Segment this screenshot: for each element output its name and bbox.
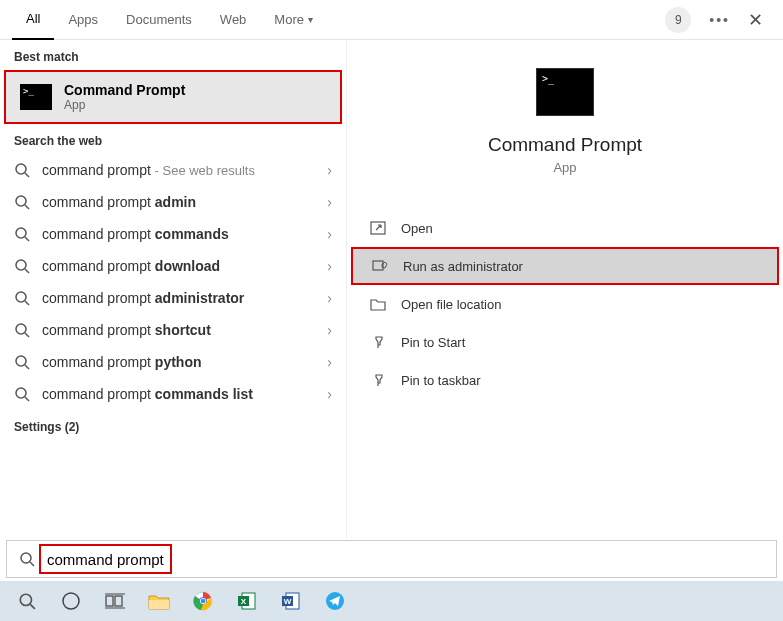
chevron-right-icon: › <box>327 162 332 178</box>
svg-point-22 <box>63 593 79 609</box>
chevron-right-icon: › <box>327 322 332 338</box>
svg-rect-23 <box>106 596 113 606</box>
tab-apps[interactable]: Apps <box>54 0 112 40</box>
web-result-0[interactable]: command prompt - See web results› <box>0 154 346 186</box>
taskbar-chrome-icon[interactable] <box>182 583 224 619</box>
web-result-text: command prompt - See web results <box>42 162 319 178</box>
svg-line-19 <box>30 562 34 566</box>
action-pin-start[interactable]: Pin to Start <box>347 323 783 361</box>
taskbar-file-explorer-icon[interactable] <box>138 583 180 619</box>
action-open-location-label: Open file location <box>401 297 501 312</box>
preview-title: Command Prompt <box>488 134 642 156</box>
chevron-right-icon: › <box>327 386 332 402</box>
taskbar-cortana-icon[interactable] <box>50 583 92 619</box>
chevron-right-icon: › <box>327 258 332 274</box>
chevron-right-icon: › <box>327 226 332 242</box>
search-icon <box>14 162 30 178</box>
more-options-icon[interactable]: ••• <box>709 12 730 28</box>
svg-point-18 <box>21 553 31 563</box>
svg-line-3 <box>25 205 29 209</box>
web-result-text: command prompt administrator <box>42 290 319 306</box>
web-result-text: command prompt admin <box>42 194 319 210</box>
svg-line-1 <box>25 173 29 177</box>
svg-line-7 <box>25 269 29 273</box>
taskbar: X W <box>0 581 783 621</box>
svg-line-11 <box>25 333 29 337</box>
tab-web[interactable]: Web <box>206 0 261 40</box>
web-result-text: command prompt commands <box>42 226 319 242</box>
web-result-7[interactable]: command prompt commands list› <box>0 378 346 410</box>
notification-badge[interactable]: 9 <box>665 7 691 33</box>
web-result-text: command prompt download <box>42 258 319 274</box>
search-icon <box>19 551 35 567</box>
search-web-header: Search the web <box>0 124 346 154</box>
chevron-right-icon: › <box>327 194 332 210</box>
tab-all[interactable]: All <box>12 0 54 40</box>
tab-documents[interactable]: Documents <box>112 0 206 40</box>
close-icon[interactable]: ✕ <box>748 9 763 31</box>
svg-point-20 <box>20 594 31 605</box>
preview-subtitle: App <box>553 160 576 175</box>
web-result-6[interactable]: command prompt python› <box>0 346 346 378</box>
preview-panel: Command Prompt App Open Run as administr… <box>346 40 783 538</box>
taskbar-search-icon[interactable] <box>6 583 48 619</box>
svg-line-5 <box>25 237 29 241</box>
search-tabs: All Apps Documents Web More▾ 9 ••• ✕ <box>0 0 783 40</box>
web-result-2[interactable]: command prompt commands› <box>0 218 346 250</box>
web-result-5[interactable]: command prompt shortcut› <box>0 314 346 346</box>
action-open-label: Open <box>401 221 433 236</box>
web-result-1[interactable]: command prompt admin› <box>0 186 346 218</box>
svg-text:X: X <box>241 597 247 606</box>
search-query-text: command prompt <box>47 551 164 568</box>
taskbar-word-icon[interactable]: W <box>270 583 312 619</box>
svg-text:W: W <box>284 597 292 606</box>
open-icon <box>369 219 387 237</box>
settings-header[interactable]: Settings (2) <box>0 410 346 440</box>
svg-line-21 <box>30 604 35 609</box>
shield-icon <box>371 257 389 275</box>
search-icon <box>14 194 30 210</box>
action-open[interactable]: Open <box>347 209 783 247</box>
web-result-text: command prompt commands list <box>42 386 319 402</box>
svg-point-12 <box>16 356 26 366</box>
svg-point-2 <box>16 196 26 206</box>
svg-point-0 <box>16 164 26 174</box>
chevron-right-icon: › <box>327 354 332 370</box>
best-match-header: Best match <box>0 40 346 70</box>
tab-more[interactable]: More▾ <box>260 0 327 40</box>
search-icon <box>14 290 30 306</box>
web-result-text: command prompt python <box>42 354 319 370</box>
pin-taskbar-icon <box>369 371 387 389</box>
svg-point-8 <box>16 292 26 302</box>
action-run-as-admin[interactable]: Run as administrator <box>351 247 779 285</box>
web-result-text: command prompt shortcut <box>42 322 319 338</box>
taskbar-taskview-icon[interactable] <box>94 583 136 619</box>
svg-line-9 <box>25 301 29 305</box>
best-match-result[interactable]: Command Prompt App <box>4 70 342 124</box>
web-result-4[interactable]: command prompt administrator› <box>0 282 346 314</box>
action-pin-taskbar[interactable]: Pin to taskbar <box>347 361 783 399</box>
taskbar-telegram-icon[interactable] <box>314 583 356 619</box>
svg-line-15 <box>25 397 29 401</box>
svg-point-10 <box>16 324 26 334</box>
preview-app-icon <box>536 68 594 116</box>
svg-rect-27 <box>149 600 169 609</box>
chevron-right-icon: › <box>327 290 332 306</box>
best-match-subtitle: App <box>64 98 185 112</box>
search-icon <box>14 322 30 338</box>
action-pin-start-label: Pin to Start <box>401 335 465 350</box>
results-panel: Best match Command Prompt App Search the… <box>0 40 346 538</box>
folder-icon <box>369 295 387 313</box>
action-run-as-admin-label: Run as administrator <box>403 259 523 274</box>
search-input[interactable]: command prompt <box>6 540 777 578</box>
svg-rect-24 <box>115 596 122 606</box>
action-open-location[interactable]: Open file location <box>347 285 783 323</box>
search-icon <box>14 386 30 402</box>
web-result-3[interactable]: command prompt download› <box>0 250 346 282</box>
taskbar-excel-icon[interactable]: X <box>226 583 268 619</box>
search-query-highlight: command prompt <box>39 544 172 574</box>
svg-point-6 <box>16 260 26 270</box>
chevron-down-icon: ▾ <box>308 14 313 25</box>
action-pin-taskbar-label: Pin to taskbar <box>401 373 481 388</box>
svg-line-13 <box>25 365 29 369</box>
